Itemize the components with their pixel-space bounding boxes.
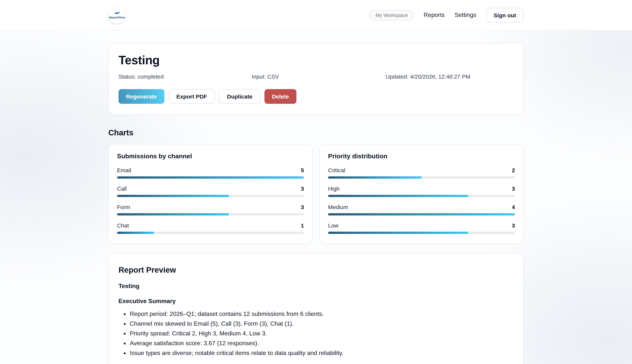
chart-row: Email5 [117, 167, 304, 178]
chart-row-label: Low [328, 222, 338, 229]
chart-row: High3 [328, 186, 515, 197]
preview-sections: Executive SummaryReport period: 2026–Q1;… [119, 298, 513, 364]
workspace-pill[interactable]: My Workspace [370, 10, 414, 20]
nav-settings[interactable]: Settings [454, 12, 476, 18]
chart-bar-fill [328, 213, 515, 216]
preview-bullet: Average satisfaction score: 3.67 (12 res… [130, 338, 513, 348]
chart-bar-fill [328, 195, 468, 197]
status-text: Status: completed [119, 73, 252, 80]
chart-row-value: 2 [512, 167, 515, 173]
report-meta: Status: completed Input: CSV Updated: 4/… [119, 73, 513, 80]
chart-row-label: Email [117, 167, 131, 173]
chart-bar-track [328, 213, 515, 216]
brand-name: ReportFlow [109, 16, 125, 19]
charts-grid: Submissions by channelEmail5Call3Form3Ch… [108, 144, 524, 244]
chart-bar-track [117, 176, 304, 178]
preview-bullet: Issue types are diverse; notable critica… [130, 348, 513, 358]
chart-row-value: 4 [512, 204, 515, 210]
chart-card: Submissions by channelEmail5Call3Form3Ch… [108, 144, 313, 244]
report-title: Testing [119, 54, 513, 67]
reportflow-logo[interactable]: ReportFlow [108, 6, 126, 24]
chart-bar-fill [117, 213, 229, 216]
chart-bar-fill [117, 232, 154, 234]
top-header: ReportFlow My Workspace Reports Settings… [0, 0, 632, 30]
chart-bar-fill [328, 176, 421, 178]
preview-bullet: Priority spread: Critical 2, High 3, Med… [130, 329, 513, 338]
chart-row-label: Chat [117, 222, 129, 229]
preview-bullet-list: Report period: 2026–Q1; dataset contains… [119, 309, 513, 358]
chart-title: Priority distribution [328, 153, 515, 160]
chart-row: Low3 [328, 222, 515, 234]
chart-bar-track [117, 232, 304, 234]
chart-bar-track [328, 232, 515, 234]
chart-bar-track [117, 195, 304, 197]
duplicate-button[interactable]: Duplicate [219, 89, 260, 104]
chart-row: Chat1 [117, 222, 304, 234]
chart-row: Call3 [117, 186, 304, 197]
chart-bar-fill [328, 232, 468, 234]
chart-row: Critical2 [328, 167, 515, 178]
chart-row-value: 3 [512, 186, 515, 192]
chart-row-value: 3 [512, 222, 515, 229]
charts-section-heading: Charts [108, 128, 524, 137]
page: ReportFlow My Workspace Reports Settings… [0, 0, 632, 364]
chart-row-label: Call [117, 186, 127, 192]
preview-section-heading: Executive Summary [119, 298, 513, 304]
preview-bullet: Channel mix skewed to Email (5), Call (3… [130, 319, 513, 329]
chart-row: Form3 [117, 204, 304, 216]
chart-bar-track [328, 176, 515, 178]
report-preview-card: Report Preview Testing Executive Summary… [108, 253, 524, 364]
chart-bar-track [328, 195, 515, 197]
chart-row-value: 1 [301, 222, 304, 229]
regenerate-button[interactable]: Regenerate [119, 89, 164, 104]
chart-bar-fill [117, 195, 229, 197]
updated-text: Updated: 4/20/2026, 12:46:27 PM [386, 73, 513, 80]
chart-row-value: 3 [301, 204, 304, 210]
report-summary-card: Testing Status: completed Input: CSV Upd… [108, 43, 524, 115]
chart-row: Medium4 [328, 204, 515, 216]
header-nav: My Workspace Reports Settings Sign out [370, 8, 524, 22]
chart-bar-fill [117, 176, 304, 178]
input-text: Input: CSV [252, 73, 386, 80]
main-content: Testing Status: completed Input: CSV Upd… [108, 30, 524, 364]
chart-row-label: High [328, 186, 340, 192]
chart-card: Priority distributionCritical2High3Mediu… [319, 144, 524, 244]
nav-reports[interactable]: Reports [424, 12, 445, 18]
preview-bullet: Report period: 2026–Q1; dataset contains… [130, 309, 513, 319]
chart-row-label: Medium [328, 204, 348, 210]
export-pdf-button[interactable]: Export PDF [168, 89, 215, 104]
chart-bar-track [117, 213, 304, 216]
signout-button[interactable]: Sign out [486, 8, 524, 22]
preview-report-title: Testing [119, 283, 513, 290]
chart-row-label: Form [117, 204, 130, 210]
preview-heading: Report Preview [119, 266, 513, 274]
chart-row-value: 3 [301, 186, 304, 192]
chart-row-value: 5 [301, 167, 304, 173]
report-actions: Regenerate Export PDF Duplicate Delete [119, 89, 513, 104]
delete-button[interactable]: Delete [264, 89, 296, 104]
chart-title: Submissions by channel [117, 153, 304, 160]
chart-row-label: Critical [328, 167, 345, 173]
